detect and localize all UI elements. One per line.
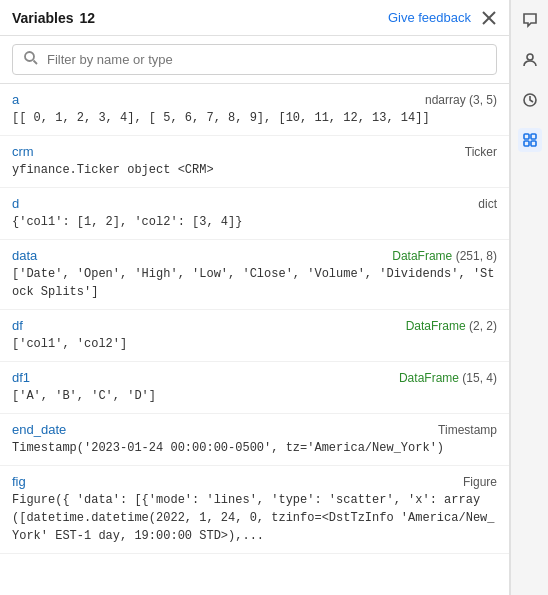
variable-value: Timestamp('2023-01-24 00:00:00-0500', tz… [12,439,497,457]
sidebar-history-icon[interactable] [518,88,542,112]
variable-value: yfinance.Ticker object <CRM> [12,161,497,179]
svg-point-2 [25,52,34,61]
variable-count: 12 [80,10,96,26]
svg-rect-9 [531,141,536,146]
variable-type: ndarray (3, 5) [425,93,497,107]
variable-header: crmTicker [12,144,497,159]
variable-name: d [12,196,19,211]
variable-value: ['col1', 'col2'] [12,335,497,353]
variable-name: df [12,318,23,333]
list-item: crmTickeryfinance.Ticker object <CRM> [0,136,509,188]
give-feedback-button[interactable]: Give feedback [388,10,471,25]
search-icon [23,50,39,69]
sidebar-chat-icon[interactable] [518,8,542,32]
svg-rect-6 [524,134,529,139]
list-item: ddict{'col1': [1, 2], 'col2': [3, 4]} [0,188,509,240]
sidebar [510,0,548,595]
variable-header: ddict [12,196,497,211]
list-item: dataDataFrame (251, 8)['Date', 'Open', '… [0,240,509,310]
svg-line-3 [34,61,38,65]
variables-panel: Variables 12 Give feedback [0,0,510,595]
variable-header: df1DataFrame (15, 4) [12,370,497,385]
search-input[interactable] [47,52,486,67]
variable-header: dataDataFrame (251, 8) [12,248,497,263]
variable-name: a [12,92,19,107]
variables-list: andarray (3, 5)[[ 0, 1, 2, 3, 4], [ 5, 6… [0,84,509,595]
list-item: end_dateTimestampTimestamp('2023-01-24 0… [0,414,509,466]
variable-value: ['Date', 'Open', 'High', 'Low', 'Close',… [12,265,497,301]
variable-value: ['A', 'B', 'C', 'D'] [12,387,497,405]
variable-header: figFigure [12,474,497,489]
sidebar-person-icon[interactable] [518,48,542,72]
variable-name: df1 [12,370,30,385]
variable-value: {'col1': [1, 2], 'col2': [3, 4]} [12,213,497,231]
list-item: figFigureFigure({ 'data': [{'mode': 'lin… [0,466,509,554]
variable-type: DataFrame (2, 2) [406,319,497,333]
variable-name: fig [12,474,26,489]
variable-value: Figure({ 'data': [{'mode': 'lines', 'typ… [12,491,497,545]
panel-title: Variables [12,10,74,26]
svg-point-4 [527,54,533,60]
variable-type: dict [478,197,497,211]
search-bar [0,36,509,84]
svg-rect-7 [531,134,536,139]
variable-type: Figure [463,475,497,489]
panel-header: Variables 12 Give feedback [0,0,509,36]
svg-rect-8 [524,141,529,146]
variable-type: Timestamp [438,423,497,437]
header-left: Variables 12 [12,10,95,26]
list-item: andarray (3, 5)[[ 0, 1, 2, 3, 4], [ 5, 6… [0,84,509,136]
close-icon[interactable] [481,10,497,26]
variable-name: data [12,248,37,263]
variable-type: Ticker [465,145,497,159]
variable-value: [[ 0, 1, 2, 3, 4], [ 5, 6, 7, 8, 9], [10… [12,109,497,127]
variable-header: dfDataFrame (2, 2) [12,318,497,333]
list-item: df1DataFrame (15, 4)['A', 'B', 'C', 'D'] [0,362,509,414]
variable-header: end_dateTimestamp [12,422,497,437]
header-right: Give feedback [388,10,497,26]
list-item: dfDataFrame (2, 2)['col1', 'col2'] [0,310,509,362]
variable-name: end_date [12,422,66,437]
variable-type: DataFrame (15, 4) [399,371,497,385]
sidebar-variables-icon[interactable] [518,128,542,152]
variable-name: crm [12,144,34,159]
search-wrapper [12,44,497,75]
variable-header: andarray (3, 5) [12,92,497,107]
variable-type: DataFrame (251, 8) [392,249,497,263]
